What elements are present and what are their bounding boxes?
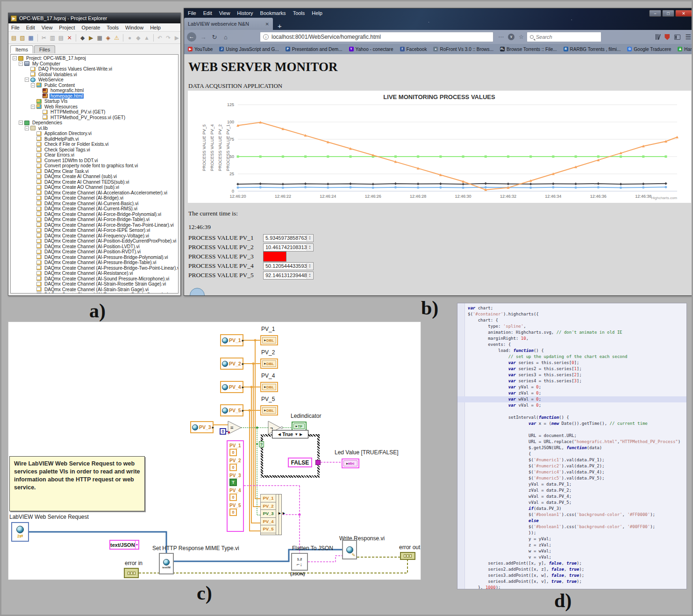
- tree-item[interactable]: DAQmx Create Channel (AI-Pressure-Bridge…: [11, 260, 178, 265]
- tree-item[interactable]: DAQmx Create Channel (AI-Pressure-Bridge…: [11, 265, 178, 271]
- new-vi-icon[interactable]: ▤: [10, 34, 17, 42]
- build-icon[interactable]: ◆: [79, 34, 86, 42]
- tree-expander-icon[interactable]: −: [31, 83, 35, 87]
- bundle-row[interactable]: PV_2: [260, 502, 276, 510]
- pe-menu-help[interactable]: Help: [150, 25, 161, 30]
- tree-item[interactable]: DAQmx Create Channel (AI-Frequency-Volta…: [11, 233, 178, 239]
- tree-item[interactable]: Startup VIs: [11, 99, 178, 104]
- bundle-row[interactable]: PV_5: [260, 525, 276, 533]
- case-tunnel[interactable]: [315, 460, 321, 465]
- tree-item[interactable]: DAQmx Create Channel (AI-Strain-Strain G…: [11, 287, 178, 293]
- mime-type-combo[interactable]: text/JSON▼: [109, 540, 139, 550]
- ff-menu-view[interactable]: View: [219, 10, 230, 16]
- tree-item[interactable]: Convert property node font to graphics f…: [11, 163, 178, 169]
- tree-item[interactable]: −Web Resources: [11, 104, 178, 110]
- cluster-item-value[interactable]: 0: [229, 449, 237, 456]
- bookmark-item[interactable]: JUsing JavaScript and G...: [219, 47, 279, 52]
- tree-item[interactable]: −My Computer: [11, 61, 178, 67]
- numeric-input[interactable]: 92.1461312394489▲▼: [263, 272, 314, 279]
- spinner-icon[interactable]: ▲▼: [307, 244, 313, 251]
- tree-item[interactable]: Check Special Tags.vi: [11, 147, 178, 153]
- bookmark-item[interactable]: RRARBG Torrents , filmi...: [564, 47, 621, 52]
- maximize-button[interactable]: □: [662, 10, 674, 17]
- settings-icon[interactable]: ◆: [135, 34, 142, 42]
- cluster-item-value[interactable]: 0: [229, 464, 237, 471]
- paste-icon[interactable]: ▤: [57, 34, 64, 42]
- url-bar[interactable]: i localhost:8001/WebService/homegrafic.h…: [260, 32, 493, 42]
- tree-item[interactable]: DAQmx Create Channel (AI-Strain-Rosette …: [11, 281, 178, 287]
- bookmark-star-icon[interactable]: ☆: [519, 34, 524, 40]
- back-icon[interactable]: ←: [187, 32, 196, 42]
- tree-item[interactable]: DAQmx Create Channel (AI-Pressure-Bridge…: [11, 255, 178, 260]
- set-mime-type-vi[interactable]: text/M: [159, 553, 174, 574]
- cut-icon[interactable]: ✂: [40, 34, 47, 42]
- tree-item[interactable]: DAQmx Clear Task.vi: [11, 169, 178, 174]
- help-icon[interactable]: ▶: [173, 34, 180, 42]
- tree-expander-icon[interactable]: −: [31, 105, 35, 109]
- dbl-indicator[interactable]: DBL: [260, 382, 278, 392]
- tree-item[interactable]: Application Directory.vi: [11, 131, 178, 136]
- ff-menu-help[interactable]: Help: [312, 10, 322, 16]
- undo-icon[interactable]: ↶: [156, 34, 163, 42]
- tree-item[interactable]: DAQmx Create AO Channel (sub).vi: [11, 185, 178, 190]
- cluster-item-value[interactable]: 0: [229, 509, 237, 516]
- tree-item[interactable]: DAQmx Create AI Channel (sub).vi: [11, 174, 178, 179]
- spinner-icon[interactable]: ▲▼: [307, 235, 313, 241]
- tree-item[interactable]: −WebService: [11, 77, 178, 83]
- tab-items[interactable]: Items: [10, 45, 33, 53]
- bundle-row[interactable]: PV_4: [260, 517, 276, 526]
- tree-expander-icon[interactable]: −: [19, 62, 23, 66]
- tree-item[interactable]: HTTPMethod_PV_Process.vi (GET): [11, 115, 178, 121]
- numeric-input[interactable]: 5.93459738587634▲▼: [263, 234, 314, 242]
- tree-item[interactable]: −Public Content: [11, 83, 178, 88]
- cluster-item-value[interactable]: T: [229, 479, 237, 486]
- sidebar-icon[interactable]: [674, 35, 680, 40]
- pe-menu-operate[interactable]: Operate: [82, 25, 100, 30]
- tree-item[interactable]: DAQmx Create Channel (AI-Force-Bridge-Po…: [11, 212, 178, 217]
- tree-item[interactable]: BuildHelpPath.vi: [11, 136, 178, 142]
- tree-item[interactable]: Check if File or Folder Exists.vi: [11, 142, 178, 147]
- tree-item[interactable]: DAQmx Create Channel (AI-Position-RVDT).…: [11, 249, 178, 255]
- tab-close-icon[interactable]: ✕: [265, 21, 269, 27]
- error-out-indicator[interactable]: [400, 552, 415, 560]
- ff-menu-history[interactable]: History: [237, 10, 253, 16]
- bookmark-item[interactable]: fFacebook: [400, 47, 427, 52]
- search-box[interactable]: Search: [527, 32, 601, 42]
- global-variable-pv3[interactable]: PV_3▸: [190, 421, 214, 433]
- cluster-item-value[interactable]: 0: [229, 494, 237, 501]
- dbl-indicator[interactable]: DBL: [260, 405, 278, 415]
- string-indicator[interactable]: abc: [342, 458, 359, 468]
- tree-item[interactable]: DAQmx Create Channel (AI-Acceleration-Ac…: [11, 190, 178, 196]
- ff-menu-edit[interactable]: Edit: [203, 10, 212, 16]
- project-explorer-titlebar[interactable]: ▶ OPC-WEB_17.lvproj - Project Explorer: [8, 13, 180, 23]
- tree-expander-icon[interactable]: −: [25, 78, 29, 82]
- bundle-row[interactable]: PV_3: [260, 509, 276, 518]
- ff-menu-file[interactable]: File: [188, 10, 196, 16]
- ws-request-node[interactable]: 2⇄: [11, 522, 29, 542]
- tree-item[interactable]: DAQmx Create Channel (AI-Force-Bridge-Tw…: [11, 222, 178, 228]
- pocket-icon[interactable]: ∨: [508, 34, 514, 40]
- tf-indicator[interactable]: TF: [292, 422, 307, 431]
- new-tab-button[interactable]: +: [278, 22, 282, 30]
- close-button[interactable]: ✕: [675, 10, 692, 17]
- copy-icon[interactable]: ▥: [49, 34, 56, 42]
- bookmark-item[interactable]: FLBrowse Torrents :: File...: [500, 47, 557, 52]
- library-icon[interactable]: [656, 34, 660, 40]
- view-grid-icon[interactable]: ▦: [96, 34, 103, 42]
- tools-icon[interactable]: ◈: [105, 34, 112, 42]
- minimize-button[interactable]: −: [649, 10, 661, 17]
- write-response-vi[interactable]: ✎: [342, 540, 357, 559]
- pe-menu-file[interactable]: File: [11, 25, 20, 30]
- zero-constant[interactable]: 0: [220, 428, 226, 435]
- tree-item[interactable]: HTTPMethod_PV.vi (GET): [11, 109, 178, 115]
- dbl-indicator[interactable]: DBL: [260, 335, 278, 345]
- refactor-icon[interactable]: ●: [126, 34, 133, 42]
- numeric-input[interactable]: 50.1205444335938▲▼: [263, 262, 314, 270]
- tree-item[interactable]: DAQmx Create Channel (AI-Temperature-Bui…: [11, 292, 178, 294]
- open-project-icon[interactable]: ▧: [19, 34, 26, 42]
- pv-cluster-constant[interactable]: PV_10PV_20PV_3TPV_40PV_50: [227, 440, 244, 532]
- forward-icon[interactable]: →: [199, 34, 207, 41]
- pe-menu-project[interactable]: Project: [59, 25, 75, 30]
- delete-icon[interactable]: ✕: [66, 34, 73, 42]
- refresh-icon[interactable]: ↻: [210, 34, 219, 41]
